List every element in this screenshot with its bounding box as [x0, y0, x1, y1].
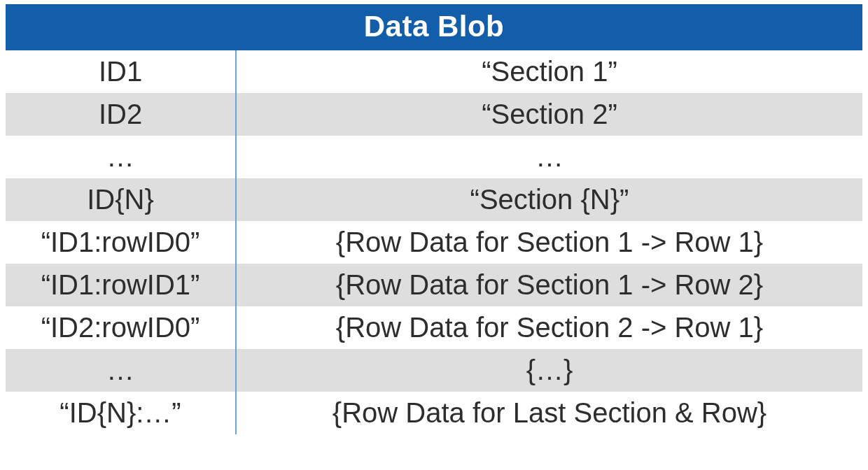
row-value: {Row Data for Section 1 -> Row 1} [237, 221, 862, 264]
row-key: … [6, 349, 237, 392]
row-key: “ID1:rowID0” [6, 221, 237, 264]
table-row: “ID{N}:…” {Row Data for Last Section & R… [6, 392, 862, 434]
table-header: Data Blob [6, 4, 862, 50]
table-row: ID2 “Section 2” [6, 93, 862, 136]
table-row: “ID1:rowID1” {Row Data for Section 1 -> … [6, 264, 862, 306]
table-row: ID1 “Section 1” [6, 50, 862, 93]
table-row: ID{N} “Section {N}” [6, 178, 862, 221]
row-value: {Row Data for Last Section & Row} [237, 392, 862, 434]
table-body: ID1 “Section 1” ID2 “Section 2” … … ID{N… [6, 50, 862, 434]
row-key: ID2 [6, 93, 237, 136]
table-row: … … [6, 136, 862, 178]
row-key: ID1 [6, 50, 237, 93]
row-value: “Section 2” [237, 93, 862, 136]
row-value: … [237, 136, 862, 178]
row-value: “Section {N}” [237, 178, 862, 221]
row-key: “ID{N}:…” [6, 392, 237, 434]
table-row: … {…} [6, 349, 862, 392]
row-value: {…} [237, 349, 862, 392]
row-value: {Row Data for Section 1 -> Row 2} [237, 264, 862, 306]
table-row: “ID2:rowID0” {Row Data for Section 2 -> … [6, 306, 862, 349]
row-key: … [6, 136, 237, 178]
table-row: “ID1:rowID0” {Row Data for Section 1 -> … [6, 221, 862, 264]
row-value: {Row Data for Section 2 -> Row 1} [237, 306, 862, 349]
data-blob-table: Data Blob ID1 “Section 1” ID2 “Section 2… [6, 4, 862, 434]
row-key: ID{N} [6, 178, 237, 221]
row-key: “ID2:rowID0” [6, 306, 237, 349]
row-key: “ID1:rowID1” [6, 264, 237, 306]
row-value: “Section 1” [237, 50, 862, 93]
